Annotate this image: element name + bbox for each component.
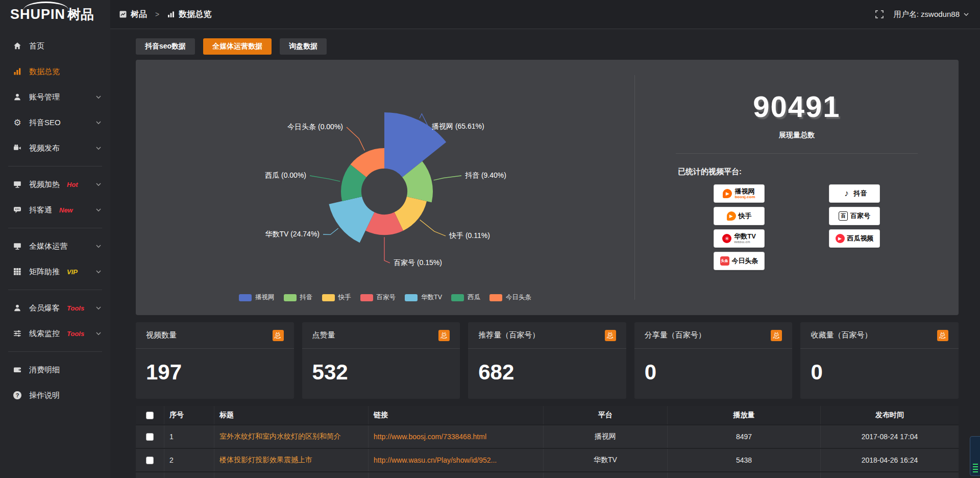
sidebar-item-label: 消费明细 bbox=[29, 365, 60, 375]
col-header-time: 发布时间 bbox=[821, 406, 959, 424]
user-menu[interactable]: 用户名: zswodun88 bbox=[894, 10, 969, 19]
sidebar-item-会员爆客[interactable]: 会员爆客Tools bbox=[0, 295, 110, 321]
stat-cards-row: 视频数量总197点赞量总532推荐量（百家号）总682分享量（百家号）总0收藏量… bbox=[136, 322, 959, 399]
svg-text:抖音 (9.40%): 抖音 (9.40%) bbox=[465, 171, 506, 179]
legend-label: 抖音 bbox=[300, 293, 313, 302]
menu-divider bbox=[8, 290, 102, 290]
fullscreen-icon[interactable] bbox=[875, 10, 884, 18]
sidebar-item-抖音SEO[interactable]: ⚙抖音SEO bbox=[0, 110, 110, 135]
select-all-checkbox[interactable] bbox=[146, 412, 154, 419]
row-checkbox[interactable] bbox=[146, 457, 154, 464]
video-table: 序号 标题 链接 平台 播放量 发布时间 1 室外水纹灯和室内水纹灯的区别和简介… bbox=[136, 406, 959, 478]
row-checkbox[interactable] bbox=[146, 433, 154, 441]
legend-color-chip bbox=[322, 294, 335, 301]
sidebar-item-视频发布[interactable]: 视频发布 bbox=[0, 135, 110, 161]
sidebar-item-badge: Tools bbox=[67, 304, 84, 312]
svg-text:西瓜 (0.00%): 西瓜 (0.00%) bbox=[265, 171, 306, 179]
monitor-icon bbox=[12, 242, 22, 250]
platform-name: 百家号 bbox=[850, 212, 870, 220]
sidebar-item-视频加热[interactable]: 视频加热Hot bbox=[0, 172, 110, 197]
platform-name: 西瓜视频 bbox=[847, 235, 874, 242]
sidebar-item-抖客通[interactable]: 抖客通New bbox=[0, 197, 110, 223]
sidebar-item-全媒体运营[interactable]: 全媒体运营 bbox=[0, 233, 110, 259]
stat-card-推荐量（百家号）: 推荐量（百家号）总682 bbox=[468, 322, 626, 399]
platform-name: 播视网 bbox=[734, 188, 755, 195]
video-url-link[interactable]: http://www.wasu.cn/Play/show/id/952... bbox=[374, 456, 497, 464]
chevron-down-icon bbox=[96, 121, 101, 125]
sidebar-item-账号管理[interactable]: 账号管理 bbox=[0, 84, 110, 110]
gear-icon: ⚙ bbox=[12, 118, 22, 127]
home-icon bbox=[12, 42, 22, 50]
total-impressions-label: 展现量总数 bbox=[635, 131, 959, 140]
breadcrumb-separator: > bbox=[155, 10, 159, 18]
sidebar-item-label: 视频发布 bbox=[29, 144, 60, 153]
total-impressions-value: 90491 bbox=[635, 89, 959, 124]
platform-badge-播视网: ▶播视网boosj.com bbox=[714, 185, 764, 202]
legend-item-播视网[interactable]: 播视网 bbox=[239, 293, 275, 302]
stat-card-label: 收藏量（百家号） bbox=[811, 330, 872, 340]
col-header-link: 链接 bbox=[369, 406, 544, 424]
sidebar-item-首页[interactable]: 首页 bbox=[0, 33, 110, 59]
cell-platform: 华数TV bbox=[544, 449, 668, 471]
breadcrumb-root[interactable]: 树品 bbox=[131, 9, 147, 20]
legend-item-华数TV[interactable]: 华数TV bbox=[405, 293, 442, 302]
platform-subtext: wasu.cn bbox=[734, 240, 756, 244]
sidebar-item-操作说明[interactable]: ?操作说明 bbox=[0, 383, 110, 408]
total-badge: 总 bbox=[771, 330, 782, 341]
main-content: 抖音seo数据全媒体运营数据询盘数据 播视网 (65.61%)抖音 (9.40%… bbox=[110, 29, 980, 478]
topbar: 树品 > 数据总览 用户名: zswodun88 bbox=[110, 0, 980, 29]
menu-divider bbox=[8, 166, 102, 166]
tab-询盘数据[interactable]: 询盘数据 bbox=[280, 38, 327, 55]
floating-contact-widget[interactable] bbox=[970, 436, 980, 476]
cell-time: 2017-08-24 17:04 bbox=[821, 425, 959, 448]
play-icon: ▶ bbox=[836, 234, 845, 243]
grid-icon bbox=[12, 268, 22, 276]
sidebar-item-label: 线索监控 bbox=[29, 329, 60, 339]
sidebar-item-线索监控[interactable]: 线索监控Tools bbox=[0, 321, 110, 346]
tab-全媒体运营数据[interactable]: 全媒体运营数据 bbox=[203, 38, 272, 55]
menu-divider bbox=[8, 351, 102, 352]
app-square-icon bbox=[119, 11, 127, 18]
stat-card-收藏量（百家号）: 收藏量（百家号）总0 bbox=[800, 322, 959, 399]
breadcrumb: 树品 > 数据总览 bbox=[119, 9, 211, 20]
legend-item-快手[interactable]: 快手 bbox=[322, 293, 351, 302]
user-icon bbox=[12, 304, 22, 312]
svg-text:快手 (0.11%): 快手 (0.11%) bbox=[449, 231, 490, 240]
sidebar-item-label: 数据总览 bbox=[29, 67, 60, 77]
question-icon: ? bbox=[12, 391, 22, 399]
username-label: 用户名: zswodun88 bbox=[894, 10, 960, 19]
sidebar-item-label: 抖客通 bbox=[29, 205, 52, 215]
legend-item-今日头条[interactable]: 今日头条 bbox=[489, 293, 531, 302]
sidebar-item-badge: Hot bbox=[67, 181, 78, 188]
legend-label: 西瓜 bbox=[468, 293, 480, 302]
chart-legend: 播视网抖音快手百家号华数TV西瓜今日头条 bbox=[136, 293, 634, 302]
rose-pie-chart: 播视网 (65.61%)抖音 (9.40%)快手 (0.11%)百家号 (0.1… bbox=[136, 60, 634, 315]
stat-card-value: 0 bbox=[800, 349, 959, 385]
video-title-link[interactable]: 楼体投影灯投影效果震撼上市 bbox=[219, 456, 312, 465]
sidebar-item-消费明细[interactable]: 消费明细 bbox=[0, 357, 110, 383]
cell-index: 2 bbox=[164, 449, 214, 471]
data-tabs: 抖音seo数据全媒体运营数据询盘数据 bbox=[136, 38, 959, 55]
tab-抖音seo数据[interactable]: 抖音seo数据 bbox=[136, 38, 195, 55]
stat-card-value: 682 bbox=[468, 349, 626, 385]
legend-color-chip bbox=[489, 294, 502, 301]
legend-item-西瓜[interactable]: 西瓜 bbox=[451, 293, 480, 302]
chevron-down-icon bbox=[96, 270, 101, 274]
legend-color-chip bbox=[284, 294, 297, 301]
logo[interactable]: SHUPIN 树品 bbox=[0, 0, 110, 29]
sidebar-item-badge: VIP bbox=[67, 268, 78, 276]
horizontal-divider bbox=[676, 153, 918, 154]
legend-color-chip bbox=[405, 294, 418, 301]
stat-card-label: 分享量（百家号） bbox=[645, 330, 706, 340]
sidebar-item-矩阵助推[interactable]: 矩阵助推VIP bbox=[0, 259, 110, 284]
video-title-link[interactable]: 室外水纹灯和室内水纹灯的区别和简介 bbox=[219, 432, 341, 441]
legend-item-抖音[interactable]: 抖音 bbox=[284, 293, 313, 302]
monitor-icon bbox=[12, 180, 22, 188]
sidebar-item-badge: Tools bbox=[67, 330, 84, 338]
legend-item-百家号[interactable]: 百家号 bbox=[360, 293, 396, 302]
play-icon: ▶ bbox=[727, 211, 736, 221]
col-header-title: 标题 bbox=[214, 406, 369, 424]
col-header-plays: 播放量 bbox=[668, 406, 821, 424]
sidebar-item-数据总览[interactable]: 数据总览 bbox=[0, 59, 110, 84]
video-url-link[interactable]: http://www.boosj.com/7338468.html bbox=[374, 433, 486, 441]
